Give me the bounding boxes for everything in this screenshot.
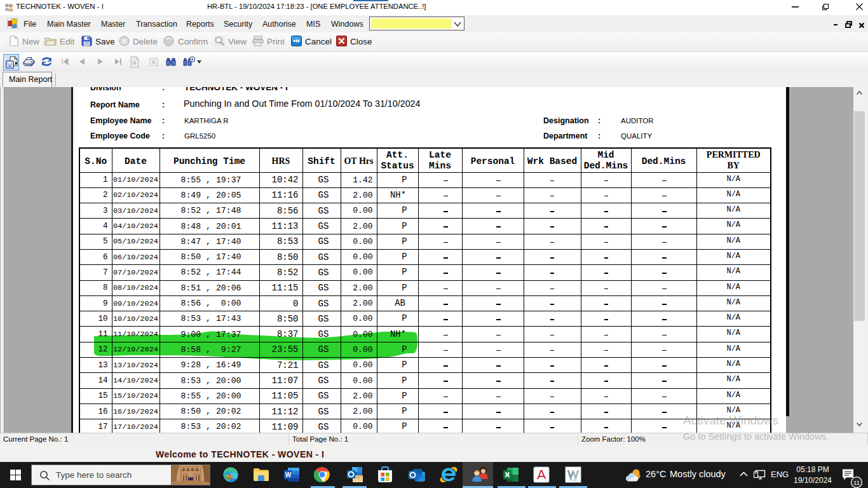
svg-text:11: 11 <box>853 479 860 486</box>
svg-text:W: W <box>285 471 292 478</box>
svg-text:WOVEN: WOVEN <box>569 479 576 482</box>
